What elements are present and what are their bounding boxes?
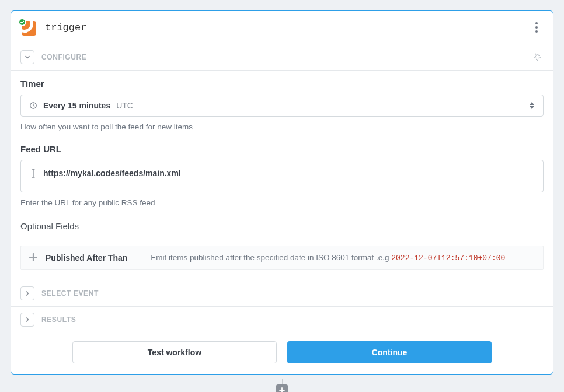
rss-app-icon (20, 19, 37, 36)
test-workflow-button[interactable]: Test workflow (72, 341, 277, 363)
optional-field-published-after[interactable]: Published After Than Emit items publishe… (20, 246, 544, 270)
section-select-event-label: SELECT EVENT (41, 289, 99, 298)
timer-hint: How often you want to poll the feed for … (20, 123, 544, 131)
optional-fields-header: Optional Fields (20, 221, 544, 237)
continue-button[interactable]: Continue (287, 341, 492, 363)
add-step-handle (276, 379, 288, 392)
feed-url-input[interactable] (43, 169, 535, 178)
optional-field-name: Published After Than (46, 253, 127, 262)
optional-field-example: 2022-12-07T12:57:10+07:00 (391, 254, 505, 262)
section-select-event[interactable]: SELECT EVENT (11, 281, 553, 307)
section-configure-label: CONFIGURE (41, 53, 86, 61)
add-step-button[interactable] (276, 384, 288, 392)
panel-header: trigger (11, 11, 553, 44)
timer-value: Every 15 minutes (43, 101, 110, 110)
timer-select[interactable]: Every 15 minutes UTC (20, 94, 544, 117)
optional-field-desc: Emit items published after the specified… (151, 253, 505, 262)
chevron-right-icon[interactable] (20, 313, 34, 327)
chevron-right-icon[interactable] (20, 286, 34, 300)
feed-url-hint: Enter the URL for any public RSS feed (20, 198, 544, 207)
text-cursor-icon (29, 169, 37, 178)
section-configure[interactable]: CONFIGURE (11, 44, 553, 71)
select-arrows-icon (529, 102, 535, 109)
clock-icon (29, 102, 37, 110)
chevron-down-icon[interactable] (20, 50, 34, 64)
kebab-menu-icon[interactable] (530, 20, 544, 35)
panel-footer: Test workflow Continue (11, 332, 553, 374)
step-title: trigger (45, 22, 86, 33)
connector-line (282, 379, 283, 384)
section-results[interactable]: RESULTS (11, 307, 553, 332)
feed-url-field-wrap[interactable] (20, 160, 544, 192)
optional-field-desc-text: Emit items published after the specified… (151, 253, 391, 262)
section-results-label: RESULTS (41, 316, 76, 324)
check-badge-icon (18, 18, 26, 26)
timer-label: Timer (20, 79, 544, 89)
configure-body: Timer Every 15 minutes UTC How often you… (11, 71, 553, 281)
plus-icon (29, 253, 39, 262)
unpin-icon[interactable] (533, 52, 544, 62)
feed-url-label: Feed URL (20, 144, 544, 154)
timer-tz: UTC (116, 101, 133, 110)
trigger-config-panel: trigger CONFIGURE Timer Every 15 minutes… (11, 10, 553, 374)
